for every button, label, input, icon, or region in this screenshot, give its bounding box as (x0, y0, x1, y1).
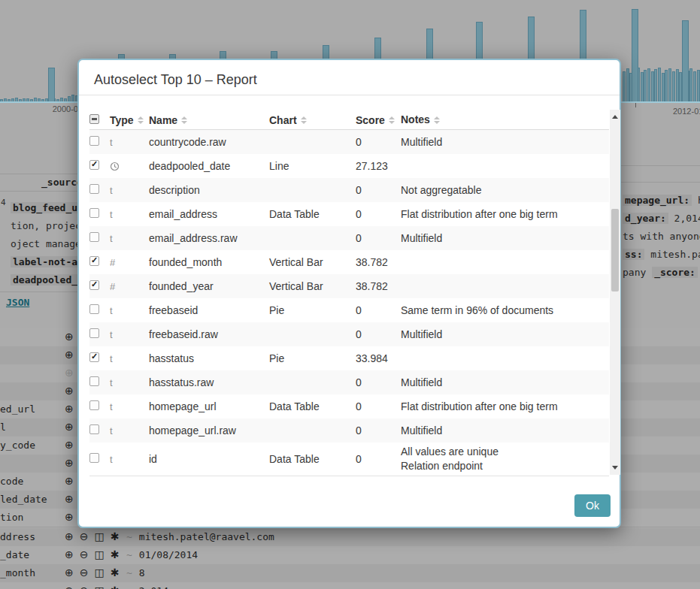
table-row[interactable]: temail_addressData Table0Flat distributi… (89, 202, 609, 226)
row-field-name: freebaseid.raw (149, 328, 269, 340)
table-row[interactable]: thomepage_url.raw0Multifield (89, 418, 609, 443)
search-minus-icon[interactable]: ⊖ (80, 584, 89, 589)
search-plus-icon[interactable]: ⊕ (65, 457, 74, 469)
asterisk-icon[interactable]: ✱ (111, 548, 120, 560)
row-type-cell: t (110, 232, 149, 244)
row-checkbox[interactable] (89, 256, 99, 266)
histogram-bar (623, 71, 626, 101)
string-type-icon: t (110, 233, 113, 244)
scrollbar-thumb[interactable] (611, 209, 619, 291)
table-row[interactable]: tfreebaseidPie0Same term in 96% of docum… (89, 298, 609, 322)
search-plus-icon[interactable]: ⊕ (65, 421, 74, 433)
row-checkbox[interactable] (89, 184, 99, 194)
search-plus-icon[interactable]: ⊕ (65, 349, 74, 361)
source-text: mitesh.pat (644, 249, 700, 260)
field-name-label: _year (0, 585, 29, 589)
row-checkbox[interactable] (89, 352, 99, 362)
sort-icon (389, 116, 395, 124)
search-plus-icon[interactable]: ⊕ (65, 530, 74, 542)
row-field-name: homepage_url.raw (149, 424, 269, 436)
row-field-name: hasstatus (149, 352, 269, 364)
search-plus-icon[interactable]: ⊕ (65, 493, 74, 505)
search-plus-icon[interactable]: ⊕ (65, 385, 74, 397)
row-checkbox[interactable] (89, 160, 99, 170)
asterisk-icon[interactable]: ✱ (111, 530, 120, 542)
row-checkbox[interactable] (89, 376, 99, 386)
search-minus-icon[interactable]: ⊖ (80, 566, 89, 578)
search-plus-icon[interactable]: ⊕ (65, 439, 74, 451)
source-line: pany _score: (623, 266, 700, 279)
table-row[interactable]: tdescription0Not aggregatable (89, 178, 609, 202)
table-row[interactable]: #founded_monthVertical Bar38.782 (89, 250, 609, 274)
select-all-checkbox[interactable] (89, 114, 99, 124)
json-link[interactable]: JSON (6, 297, 29, 308)
note-line: Flat distribution after one big term (401, 207, 609, 222)
row-checkbox[interactable] (89, 304, 99, 314)
asterisk-icon[interactable]: ✱ (111, 584, 120, 589)
row-checkbox-cell (89, 424, 110, 436)
table-row[interactable]: deadpooled_dateLine27.123 (89, 154, 609, 178)
table-row[interactable]: tfreebaseid.raw0Multifield (89, 322, 609, 346)
column-header-notes[interactable]: Notes (401, 110, 609, 129)
ok-button[interactable]: Ok (574, 494, 611, 517)
row-checkbox[interactable] (89, 453, 99, 463)
row-field-name: id (149, 453, 269, 465)
table-row[interactable]: #founded_yearVertical Bar38.782 (89, 274, 609, 298)
search-plus-icon[interactable]: ⊕ (65, 566, 74, 578)
table-row[interactable]: temail_address.raw0Multifield (89, 226, 609, 250)
column-header-chart[interactable]: Chart (269, 114, 356, 126)
field-row: ddress⊕⊖◫✱~mitesh.patel@raavel.com (0, 528, 700, 547)
field-name-label: code (0, 476, 23, 487)
search-plus-icon[interactable]: ⊕ (65, 367, 74, 379)
row-field-name: homepage_url (149, 400, 269, 412)
row-checkbox[interactable] (89, 136, 99, 146)
search-plus-icon[interactable]: ⊕ (65, 548, 74, 560)
columns-icon[interactable]: ◫ (94, 530, 104, 542)
column-header-type[interactable]: Type (110, 114, 149, 126)
row-checkbox[interactable] (89, 400, 99, 410)
columns-icon[interactable]: ◫ (94, 584, 104, 589)
search-plus-icon[interactable]: ⊕ (65, 331, 74, 343)
source-line: oject manage (11, 237, 77, 250)
approx-prefix: ~ (126, 567, 132, 578)
row-checkbox[interactable] (89, 280, 99, 290)
columns-icon[interactable]: ◫ (94, 566, 104, 578)
table-row[interactable]: thasstatusPie33.984 (89, 346, 609, 370)
field-name-label: led_date (0, 494, 47, 505)
search-plus-icon[interactable]: ⊕ (65, 475, 74, 487)
row-notes (401, 356, 609, 361)
scrollbar-up-icon[interactable] (612, 115, 618, 119)
table-row[interactable]: tidData Table0All values are uniqueRelat… (89, 443, 609, 476)
columns-icon[interactable]: ◫ (94, 548, 104, 560)
search-plus-icon[interactable]: ⊕ (65, 511, 74, 523)
sort-up-arrow (181, 116, 187, 119)
field-name-label: ed_url (0, 403, 35, 415)
row-checkbox-cell (89, 136, 110, 148)
search-plus-icon[interactable]: ⊕ (65, 403, 74, 415)
table-row[interactable]: tcountrycode.raw0Multifield (89, 130, 609, 154)
histogram-bar (697, 70, 700, 101)
note-line: Relation endpoint (401, 459, 609, 473)
row-checkbox[interactable] (89, 208, 99, 218)
sort-icon (434, 116, 440, 124)
field-name-label: _date (0, 549, 29, 560)
scrollbar-down-icon[interactable] (612, 466, 618, 470)
row-checkbox-cell (89, 400, 110, 412)
table-row[interactable]: thomepage_urlData Table0Flat distributio… (89, 394, 609, 418)
search-minus-icon[interactable]: ⊖ (80, 548, 89, 560)
column-header-name[interactable]: Name (149, 114, 269, 126)
table-row[interactable]: thasstatus.raw0Multifield (89, 370, 609, 394)
sort-down-arrow (181, 121, 187, 124)
sort-up-arrow (301, 116, 307, 119)
column-header-score[interactable]: Score (356, 114, 401, 126)
row-checkbox[interactable] (89, 424, 99, 434)
search-plus-icon[interactable]: ⊕ (65, 584, 74, 589)
header-checkbox-cell (89, 114, 110, 126)
string-type-icon: t (110, 454, 113, 465)
row-checkbox[interactable] (89, 328, 99, 338)
scrollbar[interactable] (610, 110, 620, 475)
string-type-icon: t (110, 425, 113, 436)
asterisk-icon[interactable]: ✱ (111, 566, 120, 578)
search-minus-icon[interactable]: ⊖ (80, 530, 89, 542)
row-checkbox[interactable] (89, 232, 99, 242)
